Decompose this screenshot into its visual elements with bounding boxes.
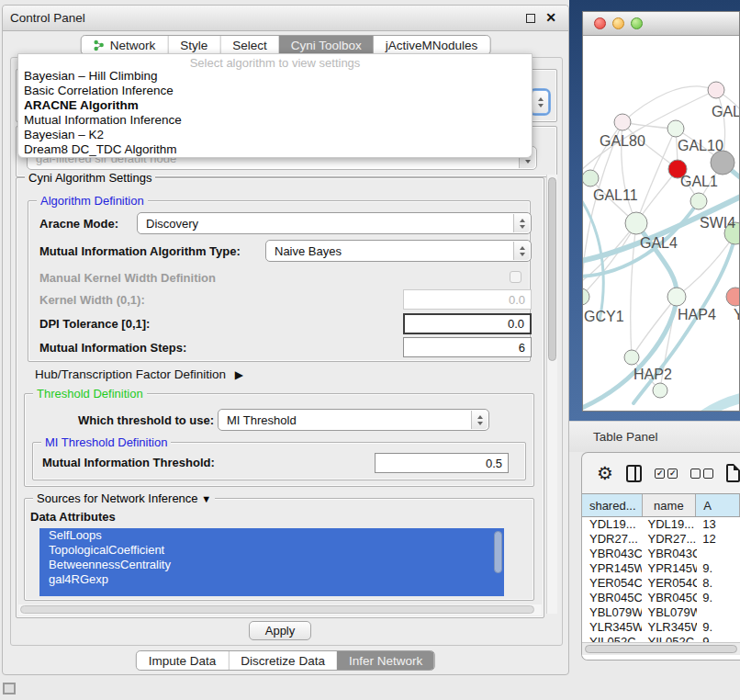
mi-threshold-group-title: MI Threshold Definition <box>41 435 171 449</box>
table-row[interactable]: YBL079WYBL079W <box>582 605 740 620</box>
table-row[interactable]: YBR043CYBR043C <box>582 547 740 561</box>
control-panel-titlebar[interactable]: Control Panel ✕ <box>3 6 568 31</box>
kernel-width-field[interactable]: 0.0 <box>403 289 532 310</box>
settings-vertical-scrollbar[interactable] <box>546 175 557 614</box>
select-all-checkboxes-icon[interactable]: ✓✓ <box>655 469 678 479</box>
node-gal10[interactable] <box>667 120 684 137</box>
dropdown-item[interactable]: Mutual Information Inference <box>18 113 532 128</box>
scrollbar-thumb[interactable] <box>585 645 737 653</box>
dropdown-item[interactable]: Basic Correlation Inference <box>18 84 532 98</box>
tab-label: Infer Network <box>349 654 422 668</box>
aracne-mode-label: Aracne Mode: <box>39 217 118 231</box>
table-row[interactable]: YLR345WYLR345W9. <box>582 620 740 635</box>
tab-style[interactable]: Style <box>167 36 219 54</box>
mi-type-combo[interactable]: Naive Bayes <box>265 240 532 262</box>
node-label: GAL80 <box>600 133 645 149</box>
aracne-mode-combo[interactable]: Discovery <box>137 212 532 234</box>
columns-icon[interactable] <box>626 465 642 482</box>
scrollbar-thumb[interactable] <box>20 605 534 614</box>
tab-select[interactable]: Select <box>219 36 279 54</box>
data-attributes-label: Data Attributes <box>30 510 116 524</box>
node-gcy1[interactable] <box>583 288 589 305</box>
mi-threshold-group: MI Threshold Definition Mutual Informati… <box>32 442 526 480</box>
tab-label: Discretize Data <box>241 654 325 668</box>
list-item[interactable]: SelfLoops <box>39 528 504 543</box>
node-gal11[interactable] <box>583 170 599 186</box>
table-row[interactable]: YBR045CYBR045C9. <box>582 591 740 605</box>
table-row[interactable]: YER054CYER054C8. <box>582 576 740 591</box>
node-hap2[interactable] <box>624 350 639 365</box>
column-header-partial[interactable]: A <box>696 494 740 516</box>
list-item[interactable]: BetweennessCentrality <box>39 558 504 572</box>
sources-group-title[interactable]: Sources for Network Inference ▼ <box>33 491 215 505</box>
mi-steps-field[interactable]: 6 <box>403 337 532 357</box>
dropdown-item[interactable]: Bayesian – Hill Climbing <box>18 69 532 84</box>
settings-horizontal-scrollbar[interactable] <box>18 604 542 615</box>
node-swi4[interactable] <box>690 193 707 209</box>
manual-kernel-checkbox[interactable] <box>510 271 521 283</box>
control-panel-tabbar: Network Style Select Cyni Toolbox jActiv… <box>81 35 491 55</box>
node-bottom[interactable] <box>653 383 667 398</box>
dpi-tolerance-field[interactable]: 0.0 <box>403 313 532 334</box>
threshold-definition-group: Threshold Definition Which threshold to … <box>24 393 534 487</box>
list-item[interactable]: gal4RGexp <box>39 572 504 587</box>
close-traffic-light-icon[interactable] <box>594 17 606 29</box>
data-attributes-list[interactable]: SelfLoops TopologicalCoefficient Between… <box>39 528 504 596</box>
list-item[interactable]: TopologicalCoefficient <box>39 543 504 558</box>
network-graph: GAL GAL80 GAL10 GAL1 GAL11 GAL4 SWI4 GCY… <box>583 36 739 411</box>
control-panel: Control Panel ✕ Network Style Select Cyn… <box>2 5 569 675</box>
network-graph-icon <box>94 40 106 51</box>
node-hap4[interactable] <box>667 288 686 306</box>
tab-cyni-toolbox[interactable]: Cyni Toolbox <box>279 36 374 54</box>
mi-threshold-field[interactable]: 0.5 <box>375 453 509 473</box>
network-view-window[interactable]: GAL GAL80 GAL10 GAL1 GAL11 GAL4 SWI4 GCY… <box>582 11 740 412</box>
node-label: GAL1 <box>680 174 718 189</box>
dock-grip-icon[interactable] <box>3 683 16 694</box>
tab-label: Select <box>232 39 267 52</box>
dropdown-item[interactable]: Dream8 DC_TDC Algorithm <box>18 142 532 157</box>
tab-discretize-data[interactable]: Discretize Data <box>228 651 337 670</box>
close-icon[interactable]: ✕ <box>545 10 556 25</box>
column-header-shared-name[interactable]: shared... <box>582 494 643 516</box>
tab-infer-network[interactable]: Infer Network <box>337 651 434 670</box>
node-gal4[interactable] <box>625 212 647 234</box>
dpi-tolerance-label: DPI Tolerance [0,1]: <box>39 317 150 331</box>
combo-stepper[interactable] <box>513 214 530 232</box>
dropdown-item-highlighted[interactable]: ARACNE Algorithm <box>18 98 532 113</box>
scrollbar-thumb[interactable] <box>548 177 556 361</box>
combo-stepper[interactable] <box>471 411 488 429</box>
list-scrollbar-thumb[interactable] <box>494 531 502 573</box>
gear-icon[interactable]: ⚙ <box>597 464 613 482</box>
network-window-titlebar[interactable] <box>583 12 739 36</box>
which-threshold-combo[interactable]: MI Threshold <box>218 409 489 431</box>
cyni-algorithm-settings-group: Cyni Algorithm Settings Algorithm Defini… <box>16 177 544 618</box>
zoom-traffic-light-icon[interactable] <box>631 17 643 29</box>
manual-kernel-label: Manual Kernel Width Definition <box>39 271 216 285</box>
tab-network[interactable]: Network <box>82 36 168 54</box>
table-row[interactable]: YDR27...YDR27...12 <box>582 532 740 547</box>
combo-stepper[interactable] <box>513 242 530 260</box>
table-row[interactable]: YDL19...YDL19...13 <box>582 517 740 532</box>
dropdown-item[interactable]: Bayesian – K2 <box>18 128 532 142</box>
tab-label: Network <box>110 39 156 52</box>
node-gray[interactable] <box>711 151 734 175</box>
float-window-icon[interactable] <box>526 14 535 23</box>
node-label: GAL10 <box>678 138 723 153</box>
node-gal80[interactable] <box>614 114 631 130</box>
table-horizontal-scrollbar[interactable] <box>582 642 740 655</box>
new-table-icon[interactable] <box>726 464 740 482</box>
apply-button[interactable]: Apply <box>249 621 311 640</box>
mi-steps-label: Mutual Information Steps: <box>39 341 186 355</box>
node-gal-top[interactable] <box>708 82 724 98</box>
node-label: HAP4 <box>678 307 716 322</box>
column-header-name[interactable]: name <box>643 494 697 516</box>
hub-definition-expander[interactable]: Hub/Transcription Factor Definition ▶ <box>35 367 243 381</box>
deselect-all-checkboxes-icon[interactable] <box>690 469 713 479</box>
tab-impute-data[interactable]: Impute Data <box>137 651 229 670</box>
tab-jactivemnodules[interactable]: jActiveMNodules <box>374 36 490 54</box>
network-canvas[interactable]: GAL GAL80 GAL10 GAL1 GAL11 GAL4 SWI4 GCY… <box>583 36 739 411</box>
table-row[interactable]: YPR145WYPR145W9. <box>582 561 740 576</box>
node-salmon[interactable] <box>726 288 739 306</box>
combo-stepper[interactable] <box>532 91 548 113</box>
minimize-traffic-light-icon[interactable] <box>612 17 624 29</box>
